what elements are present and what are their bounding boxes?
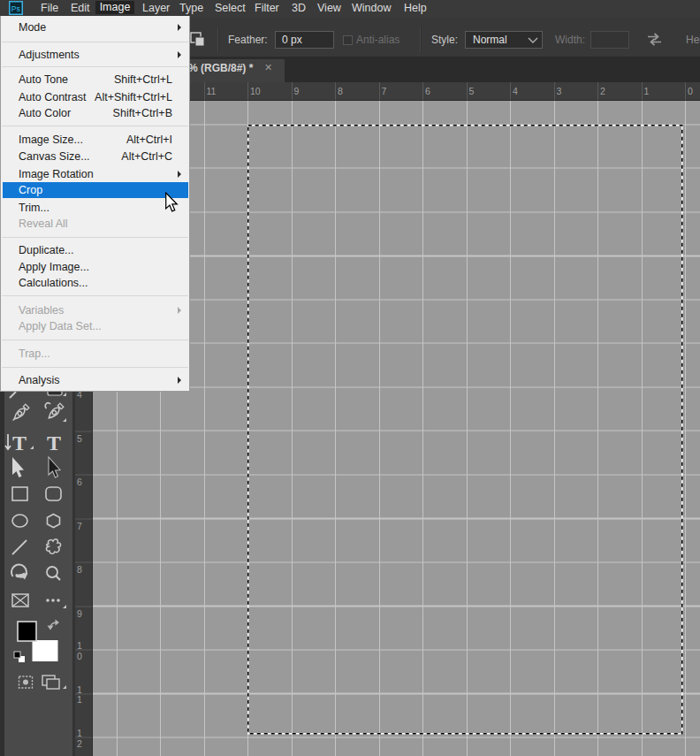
svg-text:T: T	[12, 431, 27, 454]
svg-text:Ps: Ps	[11, 4, 20, 13]
svg-text:T: T	[47, 431, 61, 454]
